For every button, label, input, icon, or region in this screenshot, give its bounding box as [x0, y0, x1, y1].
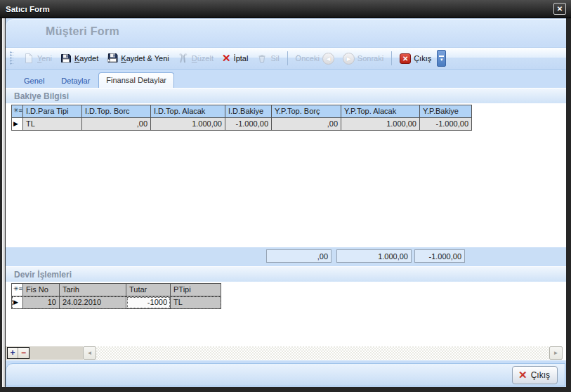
- balance-section-header: Bakiye Bilgisi: [6, 88, 566, 103]
- cell-tarih[interactable]: 24.02.2010: [60, 296, 126, 309]
- tabstrip: Genel Detaylar Finansal Detaylar: [6, 72, 566, 88]
- column-header[interactable]: Tutar: [126, 284, 171, 296]
- next-button-label: Sonraki: [357, 54, 383, 63]
- app-window: Satıcı Form ✕ Müşteri Form Yeni: [0, 0, 571, 392]
- cell-id-top-borc[interactable]: ,00: [82, 118, 151, 131]
- column-header[interactable]: Y.P.Top. Borç: [272, 105, 341, 118]
- save-button[interactable]: Kaydet: [56, 51, 103, 66]
- grid-indicator-icon: ✳≡: [12, 105, 23, 118]
- exit-button-label: Çıkış: [531, 370, 550, 380]
- exit-button[interactable]: ✕ Çıkış: [512, 366, 558, 384]
- record-navigator-strip: + − ◄ ►: [6, 346, 566, 360]
- cell-yp-bakiye[interactable]: -1.000,00: [420, 118, 472, 131]
- tab-detaylar[interactable]: Detaylar: [53, 74, 98, 88]
- cell-fis-no[interactable]: 10: [23, 296, 60, 309]
- titlebar: Satıcı Form ✕: [0, 0, 571, 18]
- column-header[interactable]: Y.P.Bakiye: [420, 105, 472, 118]
- cancel-button[interactable]: ✕ İptal: [218, 51, 252, 65]
- column-header[interactable]: Y.P.Top. Alacak: [341, 105, 420, 118]
- cell-ptipi[interactable]: TL: [171, 296, 221, 309]
- save-and-new-button-label: Kaydet & Yeni: [121, 54, 169, 63]
- remove-record-button[interactable]: −: [18, 348, 29, 358]
- new-button-label: Yeni: [37, 54, 52, 63]
- cell-para-tipi[interactable]: TL: [23, 118, 82, 131]
- toolbar-grip[interactable]: [10, 51, 13, 65]
- left-splitter: [2, 18, 5, 387]
- chevron-down-icon: ▾: [440, 58, 443, 61]
- add-remove-box: + −: [7, 347, 29, 359]
- transfer-grid-area: ✳≡ Fis No Tarih Tutar PTipi ▶ 10 24.02.2…: [6, 282, 566, 346]
- tools-icon: [178, 53, 189, 64]
- next-circle-icon: ►: [343, 53, 355, 65]
- close-button[interactable]: ✕: [553, 3, 566, 15]
- balance-grid: ✳≡ I.D.Para Tipi I.D.Top. Borc I.D.Top. …: [11, 105, 472, 131]
- save-and-new-button[interactable]: Kaydet & Yeni: [103, 51, 173, 66]
- save-button-label: Kaydet: [74, 54, 98, 63]
- table-row[interactable]: ▶ 10 24.02.2010 -1000 TL: [12, 296, 221, 309]
- balance-grid-header: ✳≡ I.D.Para Tipi I.D.Top. Borc I.D.Top. …: [12, 105, 472, 118]
- column-header[interactable]: I.D.Bakiye: [225, 105, 272, 118]
- summary-yp-alacak: 1.000,00: [336, 249, 412, 263]
- toolbar-separator: [287, 51, 288, 65]
- cell-id-bakiye[interactable]: -1.000,00: [225, 118, 272, 131]
- tab-finansal-detaylar[interactable]: Finansal Detaylar: [98, 72, 174, 88]
- edit-button-label: Düzelt: [192, 54, 214, 63]
- cell-tutar-edit[interactable]: -1000: [126, 296, 171, 309]
- new-page-icon: [23, 53, 34, 64]
- cell-yp-top-borc[interactable]: ,00: [272, 118, 341, 131]
- exit-red-icon: ✕: [400, 53, 411, 64]
- balance-summary-strip: ,00 1.000,00 -1.000,00: [6, 247, 566, 265]
- transfer-section-header: Devir İşlemleri: [6, 266, 566, 282]
- edit-button: Düzelt: [173, 51, 218, 66]
- cell-yp-top-alacak[interactable]: 1.000,00: [341, 118, 420, 131]
- record-navigator-panel: + −: [6, 346, 83, 360]
- column-header[interactable]: PTipi: [171, 284, 221, 296]
- horizontal-scrollbar-track[interactable]: [96, 346, 549, 360]
- exit-toolbar-button-label: Çıkış: [414, 54, 431, 63]
- scroll-right-button[interactable]: ►: [549, 346, 563, 360]
- save-new-icon: [107, 53, 118, 64]
- transfer-grid-header: ✳≡ Fis No Tarih Tutar PTipi: [12, 284, 221, 296]
- tab-genel[interactable]: Genel: [15, 74, 53, 88]
- previous-button: Önceki ◄: [291, 51, 339, 67]
- toolbar: Yeni Kaydet Kaydet: [6, 47, 566, 70]
- form-caption: Müşteri Form: [46, 25, 119, 38]
- summary-yp-bakiye: -1.000,00: [414, 249, 465, 263]
- row-marker-icon: ▶: [12, 118, 23, 131]
- window-title: Satıcı Form: [0, 5, 50, 13]
- previous-button-label: Önceki: [296, 54, 320, 63]
- previous-circle-icon: ◄: [322, 53, 334, 65]
- form-content: Müşteri Form Yeni Kaydet: [6, 18, 566, 387]
- next-button: ► Sonraki: [339, 51, 388, 67]
- column-header[interactable]: I.D.Top. Alacak: [151, 105, 225, 118]
- exit-toolbar-button[interactable]: ✕ Çıkış: [395, 51, 435, 66]
- delete-button-label: Sil: [270, 54, 279, 63]
- toolbar-overflow-button[interactable]: ▾: [437, 50, 446, 67]
- scroll-left-icon: ◄: [87, 350, 93, 356]
- form-caption-panel: Müşteri Form: [6, 19, 566, 46]
- toolbar-separator: [391, 51, 392, 65]
- exit-x-icon: ✕: [518, 369, 527, 381]
- save-icon: [60, 53, 72, 64]
- column-header[interactable]: Fis No: [23, 284, 60, 296]
- balance-grid-area: ✳≡ I.D.Para Tipi I.D.Top. Borc I.D.Top. …: [6, 103, 566, 247]
- close-icon: ✕: [557, 5, 563, 13]
- summary-yp-borc: ,00: [266, 249, 332, 263]
- delete-button: Sil: [252, 51, 283, 66]
- cancel-x-icon: ✕: [222, 53, 231, 63]
- footer-bar: ✕ Çıkış: [6, 363, 565, 386]
- column-header[interactable]: I.D.Para Tipi: [23, 105, 82, 118]
- cancel-button-label: İptal: [234, 54, 249, 63]
- grid-indicator-icon: ✳≡: [12, 284, 23, 296]
- transfer-grid: ✳≡ Fis No Tarih Tutar PTipi ▶ 10 24.02.2…: [11, 283, 221, 309]
- new-button: Yeni: [19, 51, 56, 66]
- add-record-button[interactable]: +: [8, 348, 18, 358]
- column-header[interactable]: I.D.Top. Borc: [82, 105, 151, 118]
- column-header[interactable]: Tarih: [60, 284, 126, 296]
- table-row[interactable]: ▶ TL ,00 1.000,00 -1.000,00 ,00 1.000,00…: [12, 118, 472, 131]
- row-marker-icon: ▶: [12, 296, 23, 309]
- cell-id-top-alacak[interactable]: 1.000,00: [151, 118, 225, 131]
- scroll-left-button[interactable]: ◄: [83, 346, 96, 360]
- scroll-right-icon: ►: [553, 350, 559, 356]
- trash-icon: [256, 53, 268, 64]
